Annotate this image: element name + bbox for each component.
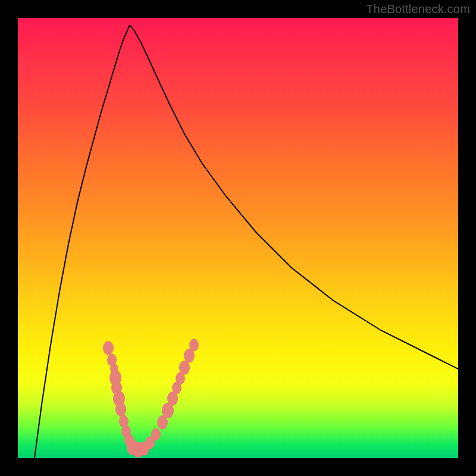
chart-frame: TheBottleneck.com xyxy=(0,0,476,476)
watermark-text: TheBottleneck.com xyxy=(366,2,470,16)
plot-area xyxy=(18,18,458,458)
marker-group xyxy=(103,339,199,458)
data-marker xyxy=(189,339,199,352)
data-marker xyxy=(115,402,126,416)
data-marker xyxy=(103,341,114,355)
chart-svg xyxy=(18,18,458,458)
data-marker xyxy=(179,361,190,374)
data-marker xyxy=(151,428,161,441)
curve-right-branch xyxy=(130,25,458,369)
